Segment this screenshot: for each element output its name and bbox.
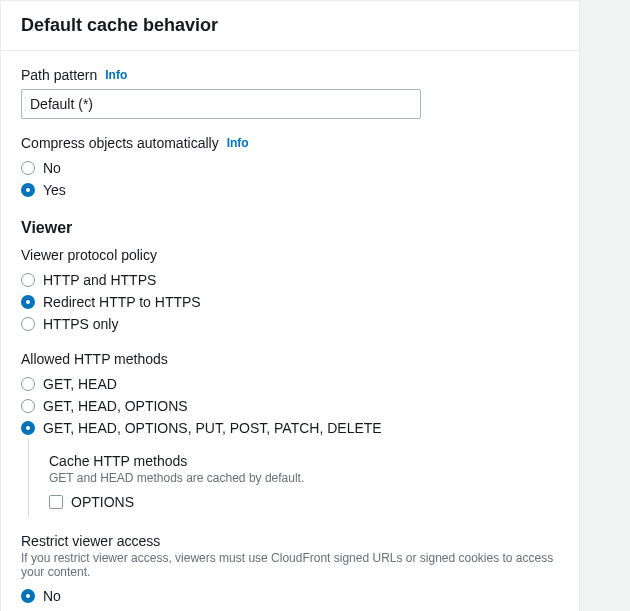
radio-icon bbox=[21, 273, 35, 287]
compress-info-link[interactable]: Info bbox=[227, 136, 249, 150]
methods-opt1-label: GET, HEAD bbox=[43, 376, 117, 392]
checkbox-icon bbox=[49, 495, 63, 509]
path-pattern-info-link[interactable]: Info bbox=[105, 68, 127, 82]
protocol-https-only-radio[interactable]: HTTPS only bbox=[21, 313, 559, 335]
cache-http-methods-help: GET and HEAD methods are cached by defau… bbox=[49, 471, 559, 485]
protocol-opt3-label: HTTPS only bbox=[43, 316, 118, 332]
methods-get-head-options-radio[interactable]: GET, HEAD, OPTIONS bbox=[21, 395, 559, 417]
viewer-protocol-field: Viewer protocol policy HTTP and HTTPS Re… bbox=[21, 247, 559, 335]
path-pattern-field: Path pattern Info bbox=[21, 67, 559, 119]
options-checkbox-row[interactable]: OPTIONS bbox=[49, 491, 559, 513]
restrict-access-label: Restrict viewer access bbox=[21, 533, 559, 549]
compress-no-label: No bbox=[43, 160, 61, 176]
methods-opt3-label: GET, HEAD, OPTIONS, PUT, POST, PATCH, DE… bbox=[43, 420, 382, 436]
radio-selected-icon bbox=[21, 183, 35, 197]
radio-icon bbox=[21, 377, 35, 391]
restrict-access-field: Restrict viewer access If you restrict v… bbox=[21, 533, 559, 611]
path-pattern-input[interactable] bbox=[21, 89, 421, 119]
methods-get-head-radio[interactable]: GET, HEAD bbox=[21, 373, 559, 395]
options-checkbox-label: OPTIONS bbox=[71, 494, 134, 510]
compress-yes-label: Yes bbox=[43, 182, 66, 198]
methods-all-radio[interactable]: GET, HEAD, OPTIONS, PUT, POST, PATCH, DE… bbox=[21, 417, 559, 439]
allowed-methods-label: Allowed HTTP methods bbox=[21, 351, 559, 367]
methods-opt2-label: GET, HEAD, OPTIONS bbox=[43, 398, 188, 414]
protocol-opt1-label: HTTP and HTTPS bbox=[43, 272, 156, 288]
card-title: Default cache behavior bbox=[21, 15, 559, 36]
restrict-no-radio[interactable]: No bbox=[21, 585, 559, 607]
protocol-http-https-radio[interactable]: HTTP and HTTPS bbox=[21, 269, 559, 291]
viewer-heading: Viewer bbox=[21, 219, 559, 237]
compress-label-row: Compress objects automatically Info bbox=[21, 135, 559, 151]
protocol-opt2-label: Redirect HTTP to HTTPS bbox=[43, 294, 201, 310]
restrict-yes-radio[interactable]: Yes bbox=[21, 607, 559, 611]
compress-yes-radio[interactable]: Yes bbox=[21, 179, 559, 201]
path-pattern-label-row: Path pattern Info bbox=[21, 67, 559, 83]
compress-label: Compress objects automatically bbox=[21, 135, 219, 151]
protocol-redirect-radio[interactable]: Redirect HTTP to HTTPS bbox=[21, 291, 559, 313]
cache-http-methods-indent: Cache HTTP methods GET and HEAD methods … bbox=[28, 439, 559, 517]
path-pattern-label: Path pattern bbox=[21, 67, 97, 83]
radio-icon bbox=[21, 161, 35, 175]
radio-icon bbox=[21, 399, 35, 413]
viewer-protocol-label: Viewer protocol policy bbox=[21, 247, 559, 263]
radio-selected-icon bbox=[21, 295, 35, 309]
cache-http-methods-title: Cache HTTP methods bbox=[49, 453, 559, 469]
radio-selected-icon bbox=[21, 421, 35, 435]
restrict-no-label: No bbox=[43, 588, 61, 604]
restrict-access-help: If you restrict viewer access, viewers m… bbox=[21, 551, 559, 579]
radio-icon bbox=[21, 317, 35, 331]
radio-selected-icon bbox=[21, 589, 35, 603]
allowed-methods-field: Allowed HTTP methods GET, HEAD GET, HEAD… bbox=[21, 351, 559, 517]
default-cache-behavior-card: Default cache behavior Path pattern Info… bbox=[0, 0, 580, 611]
compress-no-radio[interactable]: No bbox=[21, 157, 559, 179]
card-header: Default cache behavior bbox=[1, 1, 579, 51]
compress-field: Compress objects automatically Info No Y… bbox=[21, 135, 559, 201]
card-body: Path pattern Info Compress objects autom… bbox=[1, 51, 579, 611]
